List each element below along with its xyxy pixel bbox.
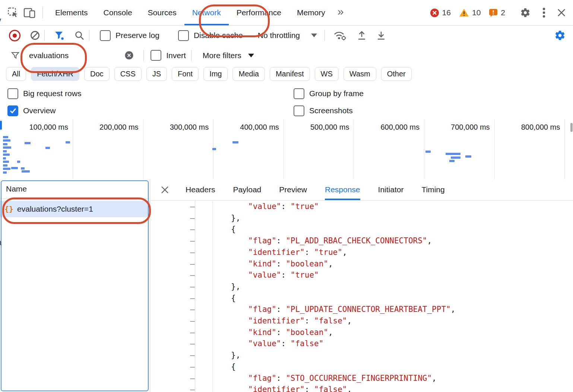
tab-memory[interactable]: Memory (289, 0, 333, 25)
more-tabs-icon[interactable]: » (338, 5, 344, 18)
json-punctuation: , (342, 248, 347, 257)
detail-tab-payload[interactable]: Payload (233, 179, 261, 200)
tab-network[interactable]: Network (184, 0, 229, 25)
invert-checkbox[interactable]: Invert (151, 50, 186, 61)
overview-request-bar (446, 153, 460, 155)
checkbox[interactable] (7, 88, 18, 99)
network-settings-gear-icon[interactable] (554, 30, 566, 41)
json-string: "true" (314, 248, 342, 257)
inspect-element-icon[interactable] (5, 7, 21, 18)
response-code-lines: –"value": "true"–},–{–"flag": "PL_ADD_RB… (150, 201, 573, 392)
tab-performance[interactable]: Performance (229, 0, 289, 25)
json-braces-icon: {} (4, 205, 13, 214)
issues-count-badge[interactable]: 2 (489, 8, 505, 17)
overview-timeline[interactable]: 100,000 ms200,000 ms300,000 ms400,000 ms… (0, 119, 573, 180)
tab-console[interactable]: Console (96, 0, 140, 25)
error-count-badge[interactable]: 16 (430, 8, 451, 18)
detail-tabbar: HeadersPayloadPreviewResponseInitiatorTi… (150, 179, 573, 200)
checkbox[interactable] (100, 30, 111, 41)
chip-manifest[interactable]: Manifest (270, 67, 310, 81)
overview-request-bar (3, 161, 9, 163)
overview-request-bar (3, 139, 10, 142)
import-har-icon[interactable] (357, 30, 367, 41)
json-string: "identifier" (248, 385, 305, 392)
chip-css[interactable]: CSS (114, 67, 142, 81)
request-list-pane: Name {}evaluations?cluster=1 (0, 179, 150, 392)
response-viewer[interactable]: –"value": "true"–},–{–"flag": "PL_ADD_RB… (150, 200, 573, 392)
invert-label: Invert (166, 51, 186, 60)
group-by-frame-checkbox[interactable]: Group by frame (294, 88, 364, 99)
network-panels: Name {}evaluations?cluster=1 HeadersPayl… (0, 179, 573, 392)
json-string: "identifier" (248, 316, 305, 325)
request-row[interactable]: {}evaluations?cluster=1 (0, 201, 150, 217)
checkbox-checked[interactable] (7, 105, 18, 116)
gutter-line-marker: – (150, 258, 208, 270)
disable-cache-checkbox[interactable]: Disable cache (178, 30, 243, 41)
separator (143, 50, 144, 61)
export-har-icon[interactable] (376, 30, 386, 41)
network-conditions-icon[interactable] (333, 30, 346, 41)
code-line: –"identifier": "true", (150, 247, 573, 258)
overview-request-bar (449, 160, 455, 162)
checkbox[interactable] (294, 105, 304, 116)
preserve-log-label: Preserve log (115, 31, 159, 40)
checkbox[interactable] (294, 88, 304, 99)
clear-filter-icon[interactable] (124, 51, 134, 60)
chip-other[interactable]: Other (381, 67, 412, 81)
checkbox[interactable] (178, 30, 189, 41)
close-detail-icon[interactable] (161, 186, 169, 194)
filter-funnel-icon[interactable] (54, 31, 64, 41)
search-icon[interactable] (74, 30, 85, 41)
tab-elements[interactable]: Elements (47, 0, 96, 25)
chip-fetch-xhr[interactable]: Fetch/XHR (31, 67, 79, 81)
warning-count-badge[interactable]: 10 (459, 8, 481, 17)
chip-all[interactable]: All (6, 67, 26, 81)
code-line: –"kind": "boolean", (150, 258, 573, 270)
detail-tab-headers[interactable]: Headers (186, 179, 215, 200)
code-text: "value": "true" (208, 201, 319, 212)
chip-js[interactable]: JS (146, 67, 167, 81)
throttling-select[interactable]: No throttling (258, 31, 300, 40)
detail-tab-preview[interactable]: Preview (279, 179, 307, 200)
overview-tick-label: 500,000 ms (310, 123, 349, 132)
overview-gridline (73, 119, 73, 179)
overview-left-handle[interactable] (0, 121, 2, 130)
chip-ws[interactable]: WS (315, 67, 339, 81)
overview-gridline (424, 119, 424, 179)
detail-tab-initiator[interactable]: Initiator (378, 179, 404, 200)
overview-right-handle[interactable] (570, 123, 573, 132)
chip-img[interactable]: Img (203, 67, 228, 81)
json-string: "value" (248, 339, 281, 348)
more-filters-button[interactable]: More filters (203, 51, 241, 60)
device-toolbar-icon[interactable] (21, 7, 38, 18)
devtools-window: ElementsConsoleSourcesNetworkPerformance… (0, 0, 573, 392)
network-toolbar: Preserve log Disable cache No throttling (0, 25, 573, 46)
chip-font[interactable]: Font (172, 67, 199, 81)
filter-input[interactable]: evaluations (29, 51, 69, 60)
clear-network-log-icon[interactable] (30, 31, 40, 40)
json-string: "false" (314, 385, 347, 392)
json-punctuation: { (231, 362, 236, 371)
chip-doc[interactable]: Doc (84, 67, 110, 81)
name-column-header[interactable]: Name (0, 179, 150, 199)
big-request-rows-checkbox[interactable]: Big request rows (7, 88, 81, 99)
gutter-line-marker: – (150, 304, 208, 315)
detail-tab-response[interactable]: Response (325, 179, 360, 200)
overview-label: Overview (23, 106, 56, 115)
overview-checkbox[interactable]: Overview (7, 105, 56, 116)
close-devtools-icon[interactable] (557, 8, 566, 18)
code-text: { (208, 293, 236, 304)
tab-sources[interactable]: Sources (140, 0, 184, 25)
more-options-kebab-icon[interactable] (542, 7, 545, 18)
chip-media[interactable]: Media (232, 67, 265, 81)
checkbox[interactable] (151, 50, 161, 61)
settings-gear-icon[interactable] (520, 7, 531, 18)
chip-wasm[interactable]: Wasm (344, 67, 376, 81)
overview-request-bar (232, 141, 238, 143)
gutter-line-marker: – (150, 224, 208, 235)
detail-tab-timing[interactable]: Timing (421, 179, 444, 200)
preserve-log-checkbox[interactable]: Preserve log (100, 30, 159, 41)
record-network-log-icon[interactable] (9, 30, 20, 41)
overview-tick-label: 200,000 ms (99, 123, 139, 132)
screenshots-checkbox[interactable]: Screenshots (294, 105, 353, 116)
